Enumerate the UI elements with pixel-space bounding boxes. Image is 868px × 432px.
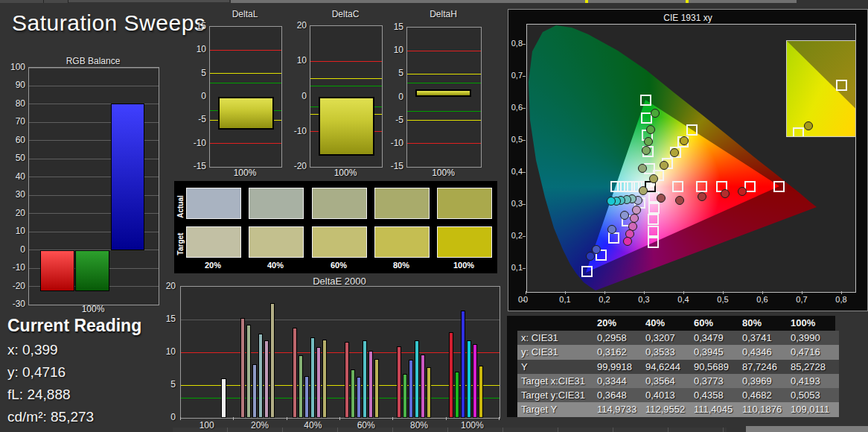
table-row[interactable]: Target y:CIE310,36480,40130,43580,46820,… — [507, 388, 835, 402]
table-cell: 0,3207 — [645, 331, 694, 345]
page-title: Saturation Sweeps — [12, 10, 205, 36]
deltal-x-label: 100% — [209, 168, 281, 178]
deltae-bar — [316, 347, 321, 418]
delta-y-tick-label: -5 — [384, 115, 403, 125]
deltae-bar — [264, 340, 269, 418]
swatch-col-label: 80% — [374, 261, 428, 270]
rgb-y-tick-label: 50 — [3, 153, 25, 163]
rgb-balance-chart[interactable] — [28, 67, 159, 305]
rgb-balance-title: RGB Balance — [28, 56, 158, 66]
top-tab-strip-segment[interactable] — [44, 0, 68, 3]
table-row-strip — [507, 388, 517, 402]
deltae-bar — [368, 351, 373, 418]
limit-line-yellow — [210, 73, 281, 74]
delta-y-tick-label: -10 — [287, 126, 307, 136]
limit-line-yellow — [407, 74, 481, 74]
deltae-bar — [293, 328, 297, 418]
deltae-bar — [409, 360, 413, 418]
table-cell: 111,4045 — [694, 402, 742, 416]
top-slider-mark — [686, 0, 689, 3]
table-cell: 0,4013 — [645, 388, 694, 402]
limit-line-red — [210, 143, 281, 144]
table-cell: 87,7246 — [742, 360, 791, 374]
table-row[interactable]: Target x:CIE310,33440,35640,37730,39690,… — [507, 374, 835, 388]
swatch-actual — [249, 188, 304, 219]
limit-line-red — [407, 51, 481, 51]
rgb-y-tick-label: -20 — [3, 281, 25, 291]
table-cell: 110,1876 — [742, 402, 791, 416]
deltac-chart[interactable] — [310, 25, 383, 168]
swatch-target — [437, 226, 492, 258]
delta-y-tick-label: 0 — [187, 91, 206, 101]
table-cell: 0,2958 — [597, 331, 645, 345]
limit-line-red — [210, 50, 281, 51]
table-row-label: Target x:CIE31 — [517, 374, 597, 388]
saturation-data-table[interactable]: 20%40%60%80%100%x: CIE310,29580,32070,34… — [507, 316, 835, 417]
deltae-bar — [221, 378, 226, 418]
table-cell: 0,4358 — [694, 388, 742, 402]
deltae-bar — [345, 342, 349, 418]
deltac-x-label: 100% — [310, 168, 381, 178]
deltae-bar — [449, 332, 453, 418]
swatch-col-label: 20% — [186, 261, 240, 270]
deltae-bar — [246, 325, 251, 418]
deltah-x-label: 100% — [406, 168, 480, 178]
deltae-chart[interactable] — [180, 286, 500, 419]
deltae-bar — [304, 376, 309, 418]
rgb-y-tick-label: 40 — [3, 171, 25, 182]
deltae-bar — [467, 340, 471, 418]
delta-y-tick-label: 10 — [287, 55, 307, 66]
delta-y-tick-label: -15 — [187, 161, 206, 171]
color-swatch-panel[interactable]: ActualTarget20%40%60%80%100% — [174, 181, 497, 273]
cie-plot[interactable] — [526, 24, 856, 293]
deltae-bar — [240, 318, 245, 418]
rgb-y-tick-label: 0 — [3, 244, 25, 255]
table-cell: 0,4682 — [742, 388, 791, 402]
deltae-bar — [357, 377, 361, 418]
swatch-actual — [186, 188, 241, 219]
deltah-title: DeltaH — [406, 9, 480, 19]
delta-y-tick-label: -15 — [384, 161, 403, 171]
current-reading-cdm2: cd/m²: 85,273 — [7, 409, 175, 425]
table-cell: 0,3990 — [791, 331, 839, 345]
delta-y-tick-label: 0 — [384, 92, 403, 102]
cie-measured-marker-magenta — [623, 237, 632, 246]
table-row[interactable]: x: CIE310,29580,32070,34790,37410,3990 — [507, 331, 835, 345]
table-cell: 0,4193 — [791, 374, 839, 388]
table-row-label: x: CIE31 — [517, 331, 597, 345]
table-cell: 0,3945 — [694, 345, 742, 359]
bottom-panel-edge — [173, 428, 727, 432]
deltae-bar — [299, 355, 303, 418]
table-cell: 0,3162 — [597, 345, 645, 359]
table-cell: 0,3564 — [645, 374, 694, 388]
table-cell: 114,9733 — [597, 402, 645, 416]
deltal-title: DeltaL — [209, 9, 281, 19]
deltae-bar — [374, 359, 379, 418]
table-row[interactable]: y: CIE310,31620,35330,39450,43460,4716 — [507, 345, 835, 359]
cie-measured-marker-blue — [620, 211, 629, 220]
table-row[interactable]: Target Y114,9733112,9552111,4045110,1876… — [507, 402, 835, 416]
swatch-target — [312, 226, 367, 258]
swatch-row-label: Actual — [176, 192, 185, 222]
deltal-chart[interactable] — [209, 26, 282, 168]
limit-line-green — [310, 86, 382, 86]
table-cell: 0,3648 — [597, 388, 645, 402]
table-cell: 0,3479 — [694, 331, 742, 345]
table-header-cell: 100% — [791, 316, 839, 331]
top-slider-track[interactable] — [231, 0, 797, 3]
rgb-y-tick-label: 20 — [3, 208, 25, 218]
limit-line-green — [210, 83, 281, 83]
cie-1931-panel[interactable]: CIE 1931 xy — [508, 9, 868, 311]
top-tab-strip-segment[interactable] — [0, 0, 44, 3]
deltae-bar — [421, 355, 425, 418]
bottom-scrollbar[interactable] — [746, 426, 868, 432]
table-row[interactable]: Y99,991894,624490,568987,724685,2728 — [507, 360, 835, 374]
rgb-y-tick-label: -30 — [3, 299, 25, 309]
deltae-bar — [258, 334, 263, 418]
table-header-row: 20%40%60%80%100% — [507, 316, 835, 331]
cie-zoom-inset[interactable] — [786, 40, 856, 137]
rgb-bar-blue — [111, 104, 144, 250]
cie-target-marker-blue — [608, 232, 619, 244]
deltah-chart[interactable] — [406, 27, 482, 168]
cie-target-marker-cyan — [610, 181, 622, 192]
